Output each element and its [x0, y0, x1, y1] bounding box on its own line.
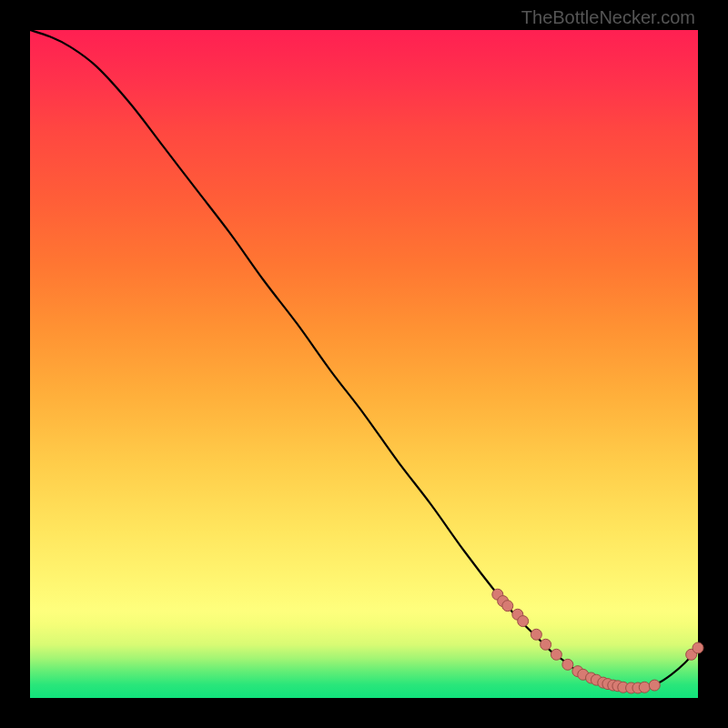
curve-marker [551, 649, 561, 660]
curve-marker [502, 601, 513, 612]
curve-markers [492, 589, 703, 693]
curve-marker [693, 642, 703, 653]
watermark-label: TheBottleNecker.com [521, 7, 695, 28]
curve-marker [639, 682, 650, 693]
curve-marker [531, 629, 541, 640]
curve-svg [30, 30, 698, 698]
chart-container: TheBottleNecker.com [0, 0, 728, 728]
curve-marker [562, 659, 573, 670]
curve-marker [649, 680, 660, 691]
curve-marker [518, 616, 529, 627]
plot-area [30, 30, 698, 698]
curve-marker [541, 639, 551, 650]
bottleneck-curve [30, 30, 698, 689]
